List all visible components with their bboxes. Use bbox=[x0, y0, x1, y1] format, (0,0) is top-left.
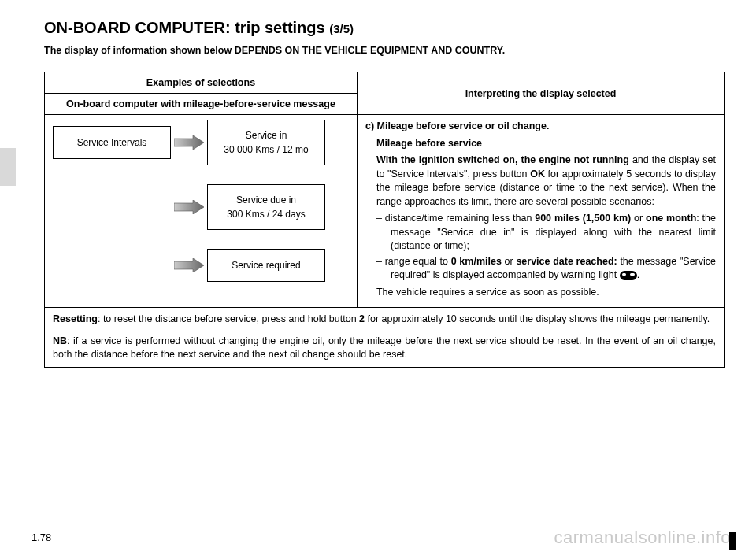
display-row-3: Service required bbox=[53, 249, 349, 282]
box-service-required: Service required bbox=[207, 249, 325, 282]
scenario-item-1: distance/time remaining less than 900 mi… bbox=[376, 212, 716, 254]
svg-marker-2 bbox=[174, 258, 204, 272]
subheading: The display of information shown below D… bbox=[44, 45, 724, 56]
side-tab-marker bbox=[0, 148, 16, 186]
header-examples: Examples of selections bbox=[45, 72, 358, 94]
watermark: carmanualsonline.info bbox=[554, 528, 731, 548]
scenario-list: distance/time remaining less than 900 mi… bbox=[376, 212, 716, 283]
mileage-before-service-label: Mileage before service bbox=[376, 138, 482, 149]
tail-note: The vehicle requires a service as soon a… bbox=[376, 286, 716, 300]
box-text: Service required bbox=[232, 258, 300, 272]
section-heading: c) Mileage before service or oil change. bbox=[365, 120, 716, 134]
header-examples-sub: On-board computer with mileage-before-se… bbox=[45, 94, 358, 115]
title-main: ON-BOARD COMPUTER: trip settings bbox=[44, 19, 329, 36]
trip-settings-table: Examples of selections Interpreting the … bbox=[44, 72, 724, 368]
arrow-icon bbox=[171, 135, 207, 150]
box-line2: 300 Kms / 24 days bbox=[227, 207, 305, 221]
svg-marker-1 bbox=[174, 200, 204, 214]
box-service-due: Service due in 300 Kms / 24 days bbox=[207, 184, 325, 230]
display-examples-cell: Service Intervals Service in 30 000 bbox=[45, 115, 358, 308]
footer-cell: Resetting: to reset the distance before … bbox=[45, 308, 724, 368]
instruction-paragraph: With the ignition switched on, the engin… bbox=[376, 154, 716, 209]
resetting-paragraph: Resetting: to reset the distance before … bbox=[53, 313, 716, 327]
nb-paragraph: NB: if a service is performed without ch… bbox=[53, 335, 716, 362]
box-service-in: Service in 30 000 Kms / 12 mo bbox=[207, 120, 325, 165]
display-row-1: Service Intervals Service in 30 000 bbox=[53, 120, 349, 165]
arrow-icon bbox=[171, 258, 207, 272]
page-number: 1.78 bbox=[32, 531, 51, 543]
arrow-icon bbox=[171, 200, 207, 214]
display-row-2: Service due in 300 Kms / 24 days bbox=[53, 184, 349, 230]
wrench-icon bbox=[620, 271, 637, 280]
title-sub: (3/5) bbox=[329, 22, 354, 35]
box-line2: 30 000 Kms / 12 mo bbox=[224, 143, 308, 157]
page-title: ON-BOARD COMPUTER: trip settings (3/5) bbox=[44, 19, 724, 37]
interpretation-cell: c) Mileage before service or oil change.… bbox=[357, 115, 724, 308]
scenario-item-2: range equal to 0 km/miles or service dat… bbox=[376, 255, 716, 283]
svg-marker-0 bbox=[174, 135, 204, 150]
box-line1: Service due in bbox=[236, 193, 296, 207]
box-line1: Service in bbox=[246, 128, 287, 143]
header-interpreting: Interpreting the display selected bbox=[357, 72, 724, 115]
section-body: Mileage before service With the ignition… bbox=[365, 137, 716, 300]
box-text: Service Intervals bbox=[77, 135, 147, 150]
corner-mark bbox=[729, 532, 736, 550]
box-service-intervals: Service Intervals bbox=[53, 126, 171, 159]
